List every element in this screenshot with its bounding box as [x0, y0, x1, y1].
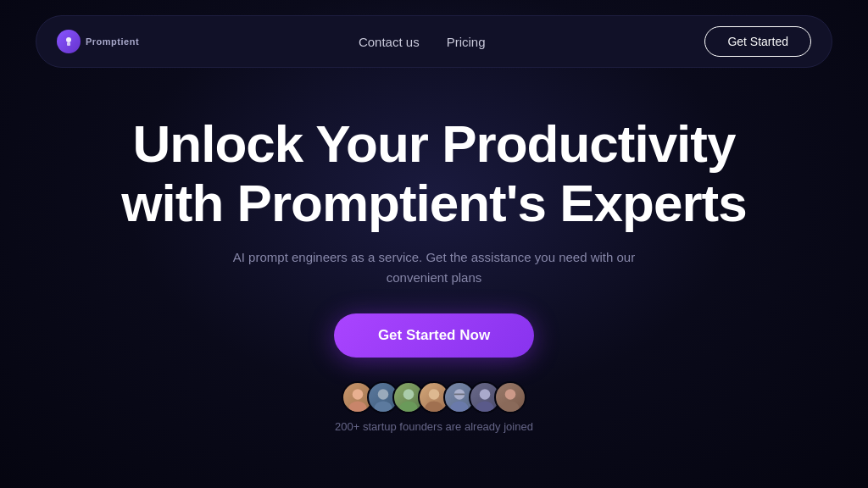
page-wrapper: Promptient Contact us Pricing Get Starte… [0, 0, 868, 488]
hero-title: Unlock Your Productivity with Promptient… [95, 114, 773, 232]
svg-point-5 [374, 401, 392, 412]
logo-icon [57, 30, 81, 53]
avatars-row [342, 381, 526, 413]
svg-point-15 [505, 389, 516, 400]
avatar [494, 381, 526, 413]
svg-point-2 [353, 389, 364, 400]
svg-point-14 [476, 401, 493, 412]
navbar-links: Contact us Pricing [359, 35, 486, 49]
svg-point-9 [425, 401, 442, 412]
navbar-get-started-button[interactable]: Get Started [704, 26, 811, 57]
svg-point-3 [348, 401, 366, 412]
svg-point-0 [66, 37, 71, 42]
social-proof-section: 200+ startup founders are already joined [335, 381, 533, 433]
svg-point-4 [378, 389, 389, 400]
svg-point-7 [399, 401, 417, 412]
nav-pricing[interactable]: Pricing [447, 35, 486, 49]
svg-point-13 [480, 389, 491, 400]
social-proof-label: 200+ startup founders are already joined [335, 420, 533, 433]
hero-cta-button[interactable]: Get Started Now [334, 313, 534, 358]
svg-point-6 [403, 389, 415, 400]
svg-rect-1 [67, 42, 70, 46]
logo: Promptient [57, 30, 139, 53]
svg-point-11 [450, 401, 468, 412]
hero-section: Unlock Your Productivity with Promptient… [27, 59, 841, 488]
svg-rect-12 [454, 393, 465, 395]
nav-contact-us[interactable]: Contact us [359, 35, 420, 49]
svg-point-16 [501, 401, 519, 412]
svg-point-8 [429, 389, 440, 400]
logo-text: Promptient [86, 36, 139, 47]
hero-subtitle: AI prompt engineers as a service. Get th… [231, 247, 637, 288]
logo-svg [63, 36, 75, 47]
